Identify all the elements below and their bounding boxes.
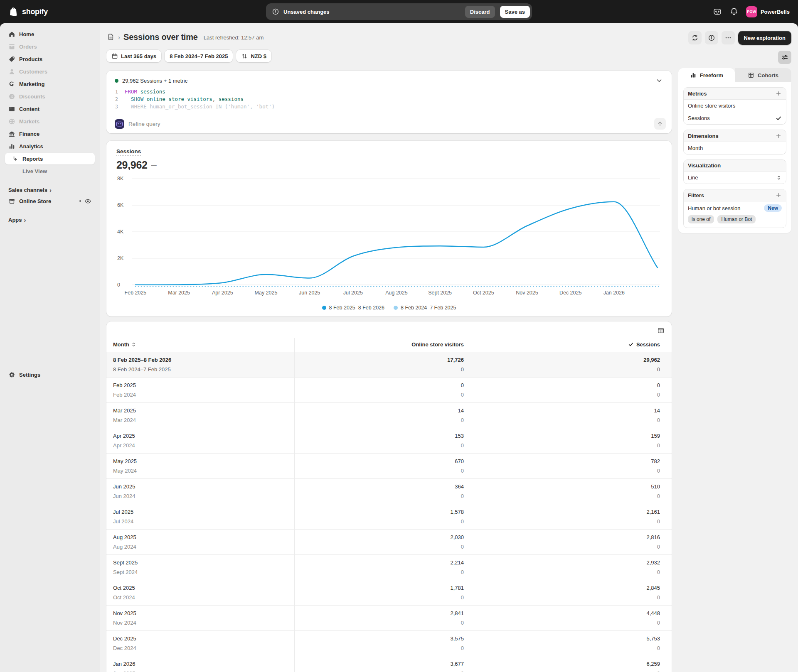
- cell-current-period: May 2025: [113, 456, 288, 466]
- table-row[interactable]: Jun 2025Jun 202436405100: [106, 479, 672, 504]
- more-actions-button[interactable]: [722, 31, 735, 44]
- tab-cohorts[interactable]: Cohorts: [735, 68, 791, 82]
- query-code-line[interactable]: 2 SHOW online_store_visitors, sessions: [115, 96, 663, 103]
- filter-condition-pill[interactable]: is one of: [688, 215, 714, 223]
- chevron-right-icon: ›: [49, 187, 52, 193]
- currency-exchange-icon: [241, 53, 248, 59]
- filter-item[interactable]: Human or bot session New: [684, 201, 786, 215]
- table-row[interactable]: Sept 2025Sept 20242,21402,9320: [106, 555, 672, 580]
- add-filter-icon[interactable]: [775, 192, 782, 199]
- query-code-line[interactable]: 3 WHERE human_or_bot_session IN ('human'…: [115, 103, 663, 110]
- sidebar-apps-header[interactable]: Apps ›: [5, 214, 95, 225]
- sidebar-item-reports[interactable]: Reports: [5, 153, 95, 164]
- preview-eye-icon[interactable]: [84, 198, 91, 205]
- month-cell: Feb 2025Feb 2024: [106, 378, 294, 403]
- legend-item[interactable]: 8 Feb 2024–7 Feb 2025: [394, 305, 456, 311]
- metrics-section-header: Metrics: [684, 88, 786, 100]
- sidebar-item-label: Live View: [22, 168, 47, 174]
- current-period-line[interactable]: [135, 202, 658, 285]
- table-row[interactable]: Apr 2025Apr 202415301590: [106, 428, 672, 454]
- table-summary-row[interactable]: 8 Feb 2025–8 Feb 20268 Feb 2024–7 Feb 20…: [106, 352, 672, 378]
- sessions-table: Month Online store visitors Sessions 8 F…: [106, 338, 672, 672]
- customize-panel-button[interactable]: [778, 51, 791, 64]
- sidekick-purple-icon: [115, 119, 124, 129]
- metric-row-online-store-visitors[interactable]: Online store visitors: [684, 100, 786, 112]
- legend-label: 8 Feb 2024–7 Feb 2025: [401, 305, 456, 311]
- table-row[interactable]: May 2025May 202467007820: [106, 454, 672, 479]
- add-metric-icon[interactable]: [775, 90, 782, 97]
- cell-comparison-period: 0: [477, 643, 660, 653]
- sidebar-item-orders: Orders: [5, 41, 95, 52]
- cell-current-period: Aug 2025: [113, 532, 288, 542]
- status-dot: [79, 200, 81, 202]
- cell-comparison-period: Dec 2024: [113, 643, 288, 653]
- query-editor[interactable]: 1FROM sessions2 SHOW online_store_visito…: [106, 88, 672, 114]
- legend-dot: [394, 306, 398, 310]
- metric-row-sessions[interactable]: Sessions: [684, 112, 786, 124]
- sidebar-nav: HomeOrdersProductsCustomersMarketingDisc…: [5, 28, 95, 177]
- report-doc-icon: [107, 33, 115, 41]
- column-header-sessions[interactable]: Sessions: [470, 338, 672, 352]
- table-row[interactable]: Nov 2025Nov 20242,84104,4480: [106, 606, 672, 631]
- currency-button[interactable]: NZD $: [236, 50, 271, 62]
- notifications-bell-icon[interactable]: [729, 7, 739, 16]
- y-axis-tick-label: 6K: [117, 202, 124, 208]
- tab-freeform[interactable]: Freeform: [678, 68, 735, 82]
- table-view-button[interactable]: [655, 325, 667, 336]
- sidebar-item-home[interactable]: Home: [5, 28, 95, 40]
- refine-query-row[interactable]: Refine query: [106, 114, 672, 133]
- sidebar-item-analytics[interactable]: Analytics: [5, 140, 95, 152]
- table-row[interactable]: Jul 2025Jul 20241,57802,1610: [106, 504, 672, 530]
- sidebar-item-live-view[interactable]: Live View: [5, 165, 95, 177]
- table-icon: [657, 327, 665, 334]
- sidebar-item-customers: Customers: [5, 66, 95, 77]
- sidekick-icon[interactable]: [713, 7, 722, 16]
- cell-comparison-period: 0: [477, 517, 660, 526]
- query-code-line[interactable]: 1FROM sessions: [115, 88, 663, 96]
- cell-comparison-period: 0: [477, 390, 660, 400]
- cell-current-period: 0: [477, 380, 660, 390]
- discard-button[interactable]: Discard: [465, 6, 495, 18]
- table-row[interactable]: Feb 2025Feb 20240000: [106, 378, 672, 403]
- table-row[interactable]: Aug 2025Aug 20242,03002,8160: [106, 530, 672, 555]
- table-row[interactable]: Oct 2025Oct 20241,78102,8450: [106, 580, 672, 606]
- info-button[interactable]: [705, 31, 718, 44]
- column-header-visitors[interactable]: Online store visitors: [294, 338, 470, 352]
- comparison-range-button[interactable]: 8 Feb 2024–7 Feb 2025: [165, 50, 233, 62]
- store-avatar: POW: [746, 6, 757, 17]
- table-row[interactable]: Dec 2025Dec 20243,57505,7530: [106, 631, 672, 656]
- table-row[interactable]: Mar 2025Mar 2024140140: [106, 403, 672, 428]
- date-range-button[interactable]: Last 365 days: [106, 50, 161, 62]
- table-row[interactable]: Jan 2026Jan 20253,67706,2590: [106, 656, 672, 672]
- visualization-select[interactable]: Line: [684, 172, 786, 184]
- dimension-row-month[interactable]: Month: [684, 142, 786, 154]
- sidebar-sales-channels-header[interactable]: Sales channels ›: [5, 184, 95, 195]
- sidebar-item-content[interactable]: Content: [5, 103, 95, 115]
- chart-metric-value-row: 29,962 —: [116, 159, 662, 171]
- sidebar-item-finance[interactable]: Finance: [5, 128, 95, 140]
- cell-current-period: 6,259: [477, 659, 660, 669]
- chevron-down-icon[interactable]: [655, 76, 663, 85]
- account-menu[interactable]: POW PowerBells: [746, 6, 790, 17]
- sales-channels-label: Sales channels: [8, 187, 47, 193]
- add-dimension-icon[interactable]: [775, 132, 782, 139]
- save-as-button[interactable]: Save as: [500, 6, 530, 18]
- sidebar-item-products[interactable]: Products: [5, 53, 95, 65]
- panel-toggle-row: [678, 51, 791, 64]
- legend-label: 8 Feb 2025–8 Feb 2026: [329, 305, 384, 311]
- legend-item[interactable]: 8 Feb 2025–8 Feb 2026: [322, 305, 384, 311]
- sessions-line-chart[interactable]: 8K6K4K2K0Feb 2025Mar 2025Apr 2025May 202…: [116, 174, 662, 298]
- sidebar-item-online-store[interactable]: Online Store: [5, 195, 95, 207]
- visualization-section-header: Visualization: [684, 160, 786, 172]
- new-exploration-button[interactable]: New exploration: [738, 31, 791, 45]
- chevron-right-icon: ›: [24, 217, 26, 223]
- column-header-month[interactable]: Month: [106, 338, 294, 352]
- sidebar-item-marketing[interactable]: Marketing: [5, 78, 95, 90]
- submit-query-button[interactable]: [654, 118, 666, 130]
- cell-comparison-period: 0: [477, 466, 660, 476]
- month-cell: Nov 2025Nov 2024: [106, 606, 294, 631]
- shopify-logo[interactable]: shopify: [8, 6, 48, 17]
- filter-condition-pill[interactable]: Human or Bot: [717, 215, 756, 223]
- refresh-button[interactable]: [688, 31, 702, 44]
- sidebar-item-settings[interactable]: Settings: [5, 369, 95, 380]
